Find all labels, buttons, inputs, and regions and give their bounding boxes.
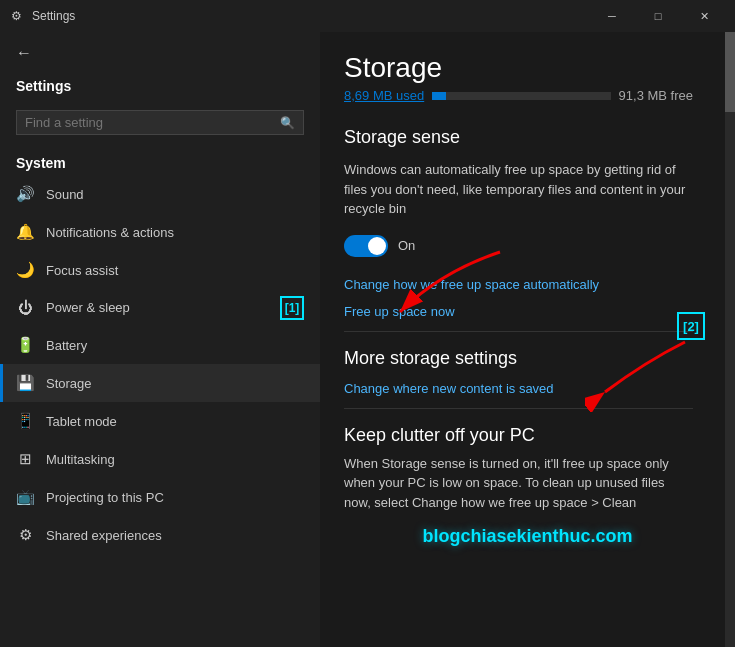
tablet-icon: 📱 [16, 412, 34, 430]
app-title: Settings [0, 74, 320, 106]
page-title: Storage [344, 52, 693, 84]
keep-clutter-title: Keep clutter off your PC [344, 425, 693, 446]
storage-sense-toggle[interactable] [344, 235, 388, 257]
storage-sense-title: Storage sense [344, 127, 693, 148]
toggle-row: On [344, 235, 693, 257]
sidebar-item-focus-assist[interactable]: 🌙 Focus assist [0, 251, 320, 289]
sidebar-item-multitasking[interactable]: ⊞ Multitasking [0, 440, 320, 478]
divider-2 [344, 408, 693, 409]
storage-free: 91,3 MB free [619, 88, 693, 103]
title-bar-controls: ─ □ ✕ [589, 0, 727, 32]
storage-bar [432, 92, 610, 100]
sidebar-item-battery[interactable]: 🔋 Battery [0, 326, 320, 364]
sidebar-item-label-storage: Storage [46, 376, 92, 391]
change-how-link[interactable]: Change how we free up space automaticall… [344, 277, 693, 292]
battery-icon: 🔋 [16, 336, 34, 354]
storage-bar-fill [432, 92, 446, 100]
minimize-button[interactable]: ─ [589, 0, 635, 32]
sidebar-item-label-battery: Battery [46, 338, 87, 353]
sidebar-item-label-tablet: Tablet mode [46, 414, 117, 429]
annotation-badge-1: [1] [280, 296, 304, 320]
sidebar-item-storage[interactable]: 💾 Storage [0, 364, 320, 402]
settings-icon: ⚙ [8, 8, 24, 24]
sidebar-item-shared[interactable]: ⚙ Shared experiences [0, 516, 320, 554]
annotation-badge-2: [2] [677, 312, 705, 340]
power-icon: ⏻ [16, 299, 34, 316]
sidebar-item-label-multitasking: Multitasking [46, 452, 115, 467]
sidebar-item-label-shared: Shared experiences [46, 528, 162, 543]
more-storage-title: More storage settings [344, 348, 693, 369]
storage-bar-row: 8,69 MB used 91,3 MB free [344, 88, 693, 103]
title-bar-title: Settings [32, 9, 75, 23]
sidebar-section-label: System [0, 147, 320, 175]
multitasking-icon: ⊞ [16, 450, 34, 468]
storage-used[interactable]: 8,69 MB used [344, 88, 424, 103]
main-panel: Storage 8,69 MB used 91,3 MB free Storag… [320, 32, 735, 647]
search-icon: 🔍 [280, 116, 295, 130]
search-input[interactable] [25, 115, 280, 130]
shared-icon: ⚙ [16, 526, 34, 544]
toggle-label: On [398, 238, 415, 253]
sound-icon: 🔊 [16, 185, 34, 203]
sidebar-item-power-sleep[interactable]: ⏻ Power & sleep [1] [0, 289, 320, 326]
back-button[interactable]: ← [0, 32, 320, 74]
sidebar-item-label-sound: Sound [46, 187, 84, 202]
notifications-icon: 🔔 [16, 223, 34, 241]
close-button[interactable]: ✕ [681, 0, 727, 32]
sidebar-item-label-focus: Focus assist [46, 263, 118, 278]
sidebar-item-tablet-mode[interactable]: 📱 Tablet mode [0, 402, 320, 440]
storage-sense-desc: Windows can automatically free up space … [344, 160, 693, 219]
sidebar-item-label-power: Power & sleep [46, 300, 130, 315]
toggle-knob [368, 237, 386, 255]
sidebar-item-projecting[interactable]: 📺 Projecting to this PC [0, 478, 320, 516]
keep-clutter-desc: When Storage sense is turned on, it'll f… [344, 454, 693, 513]
title-bar-left: ⚙ Settings [8, 8, 75, 24]
back-arrow-icon: ← [16, 44, 32, 62]
divider [344, 331, 693, 332]
main-content: Storage 8,69 MB used 91,3 MB free Storag… [320, 32, 725, 532]
free-up-link[interactable]: Free up space now [344, 304, 693, 319]
sidebar: ← Settings 🔍 System 🔊 Sound 🔔 Notificati… [0, 32, 320, 647]
change-where-link[interactable]: Change where new content is saved [344, 381, 693, 396]
sidebar-item-label-projecting: Projecting to this PC [46, 490, 164, 505]
scrollbar-thumb[interactable] [725, 32, 735, 112]
storage-icon: 💾 [16, 374, 34, 392]
title-bar: ⚙ Settings ─ □ ✕ [0, 0, 735, 32]
sidebar-item-sound[interactable]: 🔊 Sound [0, 175, 320, 213]
maximize-button[interactable]: □ [635, 0, 681, 32]
focus-assist-icon: 🌙 [16, 261, 34, 279]
projecting-icon: 📺 [16, 488, 34, 506]
sidebar-item-label-notifications: Notifications & actions [46, 225, 174, 240]
scrollbar-track[interactable] [725, 32, 735, 647]
app-body: ← Settings 🔍 System 🔊 Sound 🔔 Notificati… [0, 32, 735, 647]
search-bar[interactable]: 🔍 [16, 110, 304, 135]
sidebar-item-notifications[interactable]: 🔔 Notifications & actions [0, 213, 320, 251]
